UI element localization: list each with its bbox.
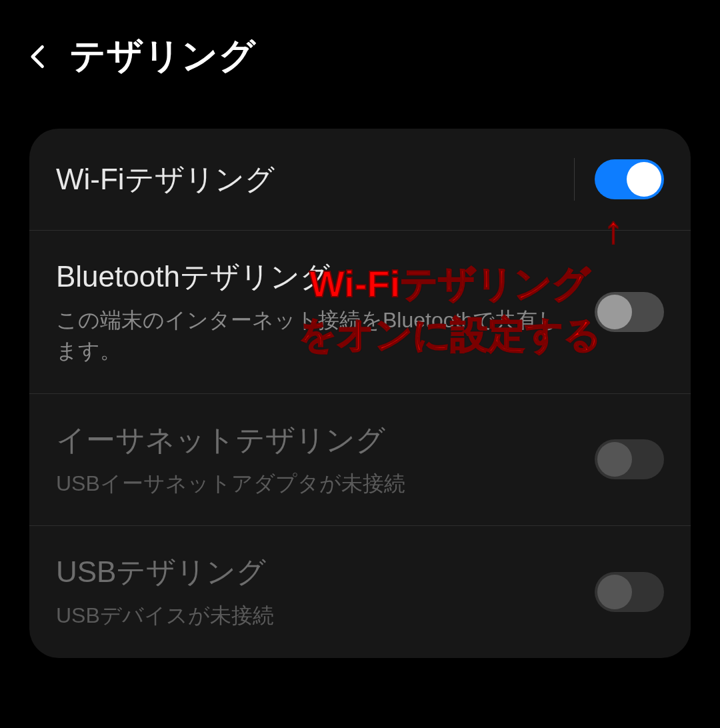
bluetooth-tethering-toggle[interactable] — [595, 292, 664, 332]
toggle-knob — [597, 295, 632, 329]
back-icon[interactable] — [24, 42, 53, 71]
row-text: USBテザリング USBデバイスが未接続 — [56, 553, 579, 631]
row-control — [595, 292, 664, 332]
usb-tethering-toggle — [595, 572, 664, 612]
row-control — [595, 572, 664, 612]
bluetooth-tethering-desc: この端末のインターネット接続をBluetoothで共有します。 — [56, 305, 579, 367]
bluetooth-tethering-label: Bluetoothテザリング — [56, 257, 579, 297]
wifi-tethering-toggle[interactable] — [595, 159, 664, 199]
toggle-knob — [627, 162, 661, 197]
ethernet-tethering-row: イーサネットテザリング USBイーサネットアダプタが未接続 — [29, 394, 691, 526]
toggle-knob — [597, 442, 632, 477]
usb-tethering-desc: USBデバイスが未接続 — [56, 600, 579, 631]
toggle-knob — [597, 575, 632, 609]
ethernet-tethering-desc: USBイーサネットアダプタが未接続 — [56, 468, 579, 499]
row-control — [574, 158, 664, 201]
bluetooth-tethering-row[interactable]: Bluetoothテザリング この端末のインターネット接続をBluetoothで… — [29, 231, 691, 394]
vertical-separator — [574, 158, 575, 201]
settings-panel: Wi-Fiテザリング Bluetoothテザリング この端末のインターネット接続… — [29, 129, 691, 658]
usb-tethering-row: USBテザリング USBデバイスが未接続 — [29, 526, 691, 657]
wifi-tethering-row[interactable]: Wi-Fiテザリング — [29, 129, 691, 231]
wifi-tethering-label: Wi-Fiテザリング — [56, 160, 558, 199]
usb-tethering-label: USBテザリング — [56, 553, 579, 592]
page-title: テザリング — [69, 32, 256, 81]
row-control — [595, 439, 664, 479]
row-text: Wi-Fiテザリング — [56, 160, 558, 199]
page-header: テザリング — [0, 0, 720, 113]
ethernet-tethering-toggle — [595, 439, 664, 479]
ethernet-tethering-label: イーサネットテザリング — [56, 421, 579, 460]
row-text: Bluetoothテザリング この端末のインターネット接続をBluetoothで… — [56, 257, 579, 367]
row-text: イーサネットテザリング USBイーサネットアダプタが未接続 — [56, 421, 579, 499]
